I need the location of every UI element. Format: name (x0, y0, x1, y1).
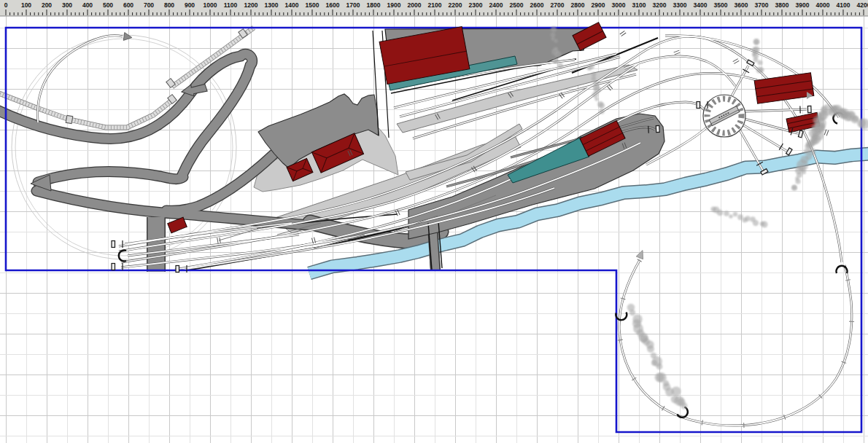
svg-text:100: 100 (21, 1, 31, 9)
svg-text:4000: 4000 (816, 1, 830, 9)
svg-text:3700: 3700 (755, 1, 769, 9)
svg-text:1600: 1600 (326, 1, 340, 9)
svg-text:1400: 1400 (285, 1, 299, 9)
svg-text:1100: 1100 (224, 1, 238, 9)
svg-text:700: 700 (144, 1, 154, 9)
svg-text:1200: 1200 (244, 1, 258, 9)
svg-text:2100: 2100 (428, 1, 442, 9)
svg-text:1500: 1500 (306, 1, 319, 9)
svg-text:4200: 4200 (857, 1, 868, 9)
svg-text:300: 300 (62, 1, 72, 9)
svg-text:3600: 3600 (735, 1, 748, 9)
svg-text:4100: 4100 (837, 1, 850, 9)
svg-text:2500: 2500 (510, 1, 524, 9)
svg-text:2400: 2400 (489, 1, 503, 9)
svg-text:500: 500 (103, 1, 113, 9)
svg-text:2000: 2000 (408, 1, 422, 9)
svg-text:900: 900 (185, 1, 195, 9)
svg-text:3400: 3400 (694, 1, 708, 9)
svg-text:2600: 2600 (530, 1, 544, 9)
svg-text:3300: 3300 (673, 1, 687, 9)
svg-text:0: 0 (4, 1, 8, 9)
svg-text:2700: 2700 (551, 1, 565, 9)
svg-text:3000: 3000 (612, 1, 626, 9)
svg-text:3500: 3500 (714, 1, 728, 9)
svg-text:1800: 1800 (367, 1, 381, 9)
svg-text:2800: 2800 (571, 1, 585, 9)
svg-text:200: 200 (42, 1, 52, 9)
svg-text:600: 600 (123, 1, 133, 9)
svg-text:3200: 3200 (653, 1, 667, 9)
svg-text:1300: 1300 (265, 1, 279, 9)
svg-text:1900: 1900 (387, 1, 401, 9)
svg-text:3100: 3100 (632, 1, 646, 9)
svg-text:2200: 2200 (449, 1, 462, 9)
svg-text:2900: 2900 (592, 1, 605, 9)
svg-text:400: 400 (82, 1, 93, 9)
svg-text:3900: 3900 (796, 1, 810, 9)
svg-text:3800: 3800 (775, 1, 789, 9)
svg-text:1700: 1700 (346, 1, 360, 9)
svg-text:2300: 2300 (469, 1, 483, 9)
svg-text:800: 800 (164, 1, 174, 9)
svg-text:1000: 1000 (204, 1, 217, 9)
